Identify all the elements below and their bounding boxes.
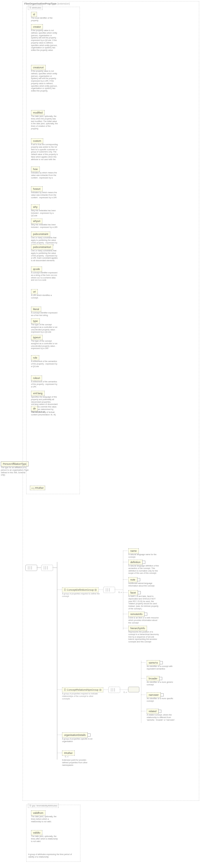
- line-crg-out: [104, 689, 108, 690]
- crg-desc-related: A related concept, where the relationshi…: [147, 714, 178, 721]
- vline-crg: [141, 661, 142, 723]
- attr-desc-uri: A URI which identifies a concept.: [31, 294, 58, 299]
- seq-crg: [108, 687, 120, 693]
- line-crg-item-1: [141, 678, 145, 679]
- concept-def-desc: A group of properties required to define…: [62, 593, 102, 598]
- card-other: 0..∞: [65, 755, 69, 757]
- attr-id: id: [31, 12, 37, 17]
- attr-custom: custom: [31, 138, 43, 144]
- org-details-desc: A group of properties specific to an org…: [62, 738, 93, 743]
- line-crg-item-3: [141, 711, 145, 712]
- tva-desc-validto: The date (and, optionally, the time) aft…: [31, 835, 58, 843]
- crg-desc-broader: An identifier of a more generic concept.: [147, 681, 178, 686]
- attr-role: role: [31, 355, 39, 360]
- attr-any-other: any ##other: [30, 486, 45, 490]
- tva-group-desc: A group of attributes expressing the tim…: [28, 853, 73, 859]
- cdg-desc-hierarchyInfo: Represents the position of a concept in …: [128, 631, 159, 643]
- attr-creatoruri: creatoruri: [31, 65, 46, 70]
- cdg-desc-name: A natural language name for the concept.: [128, 553, 159, 559]
- attr-desc-whyuri: Why the metadata has been included - exp…: [31, 224, 58, 229]
- ext-header: FlexOrganisationPropType (extension): [24, 2, 70, 5]
- attr-desc-modified: The date (and, optionally, the time) whe…: [31, 115, 58, 130]
- attr-how: how: [31, 166, 40, 172]
- attr-desc-pubconstrainturi: One or many constraints that apply to pu…: [31, 250, 58, 262]
- other-desc: Extension point for provider-defined pro…: [62, 759, 93, 766]
- cdg-desc-definition: A natural language definition of the sem…: [128, 565, 159, 575]
- line-cdg-item-0: [123, 551, 128, 551]
- attr-pubconstrainturi: pubconstrainturi: [31, 245, 53, 250]
- attr-why: why: [31, 205, 39, 210]
- choice-crg: [128, 687, 139, 692]
- attr-roleuri: roleuri: [31, 376, 42, 381]
- line-cdg-item-4: [123, 614, 128, 614]
- tva-validto: validto: [31, 830, 42, 835]
- cdg-desc-facet: In NAR 1.8 and later, facet is deprecate…: [128, 595, 159, 610]
- attr-howuri: howuri: [31, 186, 43, 191]
- attr-desc-roleuri: A refinement of the semantics of the pro…: [31, 381, 58, 388]
- crg-related: related: [147, 709, 159, 714]
- line-cdg-item-2: [123, 580, 128, 580]
- concept-rel-group: ☰ ConceptRelationshipsGroup ⊟: [62, 687, 103, 692]
- attr-desc-literal: A concept identifier expressed as a free…: [31, 312, 58, 317]
- line-cdg-out: [99, 590, 103, 590]
- attr-desc-role: A refinement of the semantics of the pro…: [31, 360, 58, 368]
- attr-desc-creatoruri: If the property value is not defined, sp…: [31, 70, 58, 92]
- attr-uri: uri: [31, 289, 38, 294]
- attr-literal: literal: [31, 307, 41, 312]
- attr-desc-custom: If set to true the corresponding propert…: [31, 144, 58, 161]
- cdg-remoteInfo: remoteInfo: [128, 612, 144, 617]
- line-crg-item-2: [141, 694, 145, 695]
- tva-validfrom: validfrom: [31, 810, 45, 815]
- line-org: [57, 735, 62, 735]
- attr-desc-how: Indicates by which means the value was e…: [31, 172, 58, 179]
- attr-desc-type: The type of the concept assigned as a co…: [31, 323, 58, 334]
- cdg-desc-note: Additional natural language information …: [128, 582, 159, 587]
- line-crg-r: [120, 689, 128, 690]
- line-seq-outer-2: [53, 567, 57, 568]
- vline-cdg: [123, 551, 124, 630]
- seq-outer: [25, 565, 37, 571]
- seq-cdg: [103, 587, 115, 593]
- crg-desc-narrower: An identifier of a more specific concept…: [147, 698, 178, 703]
- cdg-name: name: [128, 548, 139, 553]
- attr-typeuri: typeuri: [31, 335, 43, 340]
- line-cdg-r: [114, 590, 123, 590]
- line-seq-outer: [37, 567, 41, 568]
- tva-desc-validfrom: The date (and, optionally, the time) bef…: [31, 815, 58, 823]
- line-cdg: [57, 590, 62, 590]
- attr-desc-howuri: Indicates by which means the value was e…: [31, 191, 58, 199]
- attr-modified: modified: [31, 110, 44, 115]
- other-box: ##other: [62, 750, 75, 755]
- attr-creator: creator: [31, 24, 43, 29]
- line-other: [57, 753, 62, 753]
- cdg-definition: definition: [128, 560, 142, 565]
- attr-desc-creator: If the property value is not defined, sp…: [31, 29, 58, 52]
- crg-narrower: narrower: [147, 692, 161, 698]
- line-cdg-item-3: [123, 592, 128, 593]
- seq-outer-2: [41, 565, 53, 571]
- cdg-note: note: [128, 577, 137, 582]
- attr-desc-typeuri: The type of the concept assigned as a co…: [31, 340, 58, 350]
- crg-broader: broader: [147, 676, 159, 681]
- cdg-hierarchyInfo: hierarchyInfo: [128, 626, 147, 631]
- line-cdg-item-5: [123, 628, 128, 628]
- cdg-desc-remoteInfo: A link to an item or a web resource whic…: [128, 617, 159, 624]
- attr-xml:lang: xml:lang: [31, 391, 44, 396]
- attr-desc-qcode: A concept identifier expressed as a stri…: [31, 272, 58, 281]
- cdg-facet: facet: [128, 590, 138, 595]
- attr-dir: dir: [31, 406, 38, 411]
- attr-desc-why: Why the metadata has been included - exp…: [31, 210, 58, 217]
- attr-desc-dir: The directionality of textual content (e…: [31, 411, 58, 416]
- vline-outer: [57, 562, 57, 760]
- attr-pubconstraint: pubconstraint: [31, 231, 50, 237]
- concept-def-group: ☰ ConceptDefinitionGroup ⊟: [62, 587, 98, 592]
- attr-type: type: [31, 318, 40, 323]
- card-cdg: 0..∞: [119, 591, 122, 593]
- crg-desc-sameAs: An identifier of a concept with equivale…: [147, 665, 178, 670]
- line-crg: [57, 689, 62, 690]
- tva-label: ☰ grp: timeValidityAttributes: [28, 804, 59, 808]
- attr-whyuri: whyuri: [31, 219, 42, 224]
- card-crg: 0..∞: [124, 691, 127, 693]
- concept-rel-desc: A group of properties required to indica…: [62, 693, 102, 700]
- line-crg-item-0: [141, 662, 145, 663]
